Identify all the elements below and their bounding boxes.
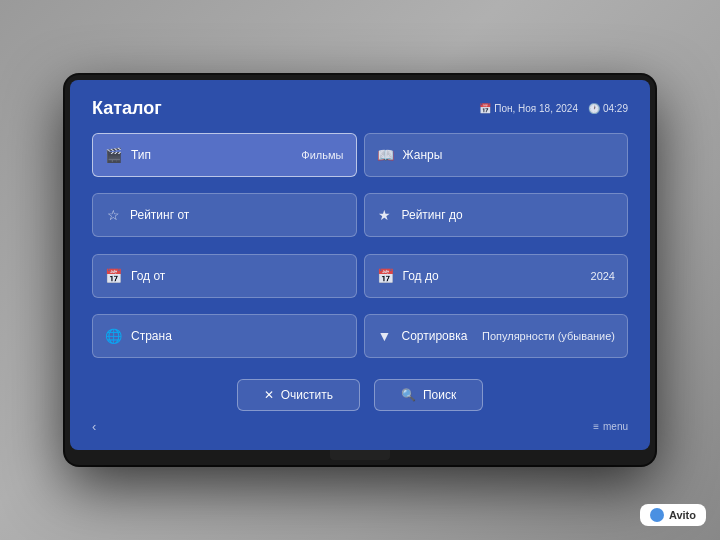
filter-rating-to-label: Рейтинг до [402,208,610,222]
page-title: Каталог [92,98,162,119]
filter-rating-from[interactable]: ☆ Рейтинг от [92,193,357,237]
filter-sort[interactable]: ▼ Сортировка Популярности (убывание) [364,314,629,358]
date-display: 📅 Пон, Ноя 18, 2024 [479,103,578,114]
time-display: 🕐 04:29 [588,103,628,114]
screen-header: Каталог 📅 Пон, Ноя 18, 2024 🕐 04:29 [92,98,628,119]
filter-sort-icon: ▼ [377,328,393,344]
hamburger-icon: ≡ [593,421,599,432]
tv-screen: Каталог 📅 Пон, Ноя 18, 2024 🕐 04:29 🎬 [70,80,650,450]
avito-text: Avito [669,509,696,521]
filter-sort-label: Сортировка [402,329,477,343]
filter-genres-label: Жанры [403,148,610,162]
star-filled-icon: ★ [377,207,393,223]
filter-type-value: Фильмы [301,149,343,161]
star-empty-icon: ☆ [105,207,121,223]
filter-genres[interactable]: 📖 Жанры [364,133,629,177]
filter-year-from-label: Год от [131,269,338,283]
book-icon: 📖 [377,147,394,163]
filter-rating-from-label: Рейтинг от [130,208,338,222]
clear-icon: ✕ [264,388,274,402]
globe-icon: 🌐 [105,328,122,344]
clear-label: Очистить [281,388,333,402]
search-icon: 🔍 [401,388,416,402]
menu-nav[interactable]: ≡ menu [593,421,628,432]
filter-year-to[interactable]: 📅 Год до 2024 [364,254,629,298]
search-label: Поиск [423,388,456,402]
search-button[interactable]: 🔍 Поиск [374,379,483,411]
filter-type[interactable]: 🎬 Тип Фильмы [92,133,357,177]
clock-icon: 🕐 [588,103,600,114]
bottom-bar: ✕ Очистить 🔍 Поиск [92,379,628,411]
calendar-to-icon: 📅 [377,268,394,284]
filter-rating-to[interactable]: ★ Рейтинг до [364,193,629,237]
film-icon: 🎬 [105,147,122,163]
avito-logo-dot [650,508,664,522]
header-meta: 📅 Пон, Ноя 18, 2024 🕐 04:29 [479,103,628,114]
filter-country[interactable]: 🌐 Страна [92,314,357,358]
calendar-from-icon: 📅 [105,268,122,284]
filter-year-to-value: 2024 [591,270,615,282]
calendar-icon: 📅 [479,103,491,114]
filter-year-to-label: Год до [403,269,585,283]
back-arrow-icon[interactable]: ‹ [92,419,96,434]
wall-background: Каталог 📅 Пон, Ноя 18, 2024 🕐 04:29 🎬 [0,0,720,540]
date-text: Пон, Ноя 18, 2024 [494,103,578,114]
tv-frame: Каталог 📅 Пон, Ноя 18, 2024 🕐 04:29 🎬 [65,75,655,465]
screen-footer: ‹ ≡ menu [92,419,628,434]
filter-type-label: Тип [131,148,295,162]
avito-badge: Avito [640,504,706,526]
filter-grid: 🎬 Тип Фильмы 📖 Жанры ☆ Рейтинг от ★ Рей [92,133,628,367]
time-text: 04:29 [603,103,628,114]
filter-year-from[interactable]: 📅 Год от [92,254,357,298]
filter-country-label: Страна [131,329,338,343]
filter-sort-value: Популярности (убывание) [482,330,615,342]
clear-button[interactable]: ✕ Очистить [237,379,360,411]
menu-text: menu [603,421,628,432]
tv-stand [330,450,390,460]
